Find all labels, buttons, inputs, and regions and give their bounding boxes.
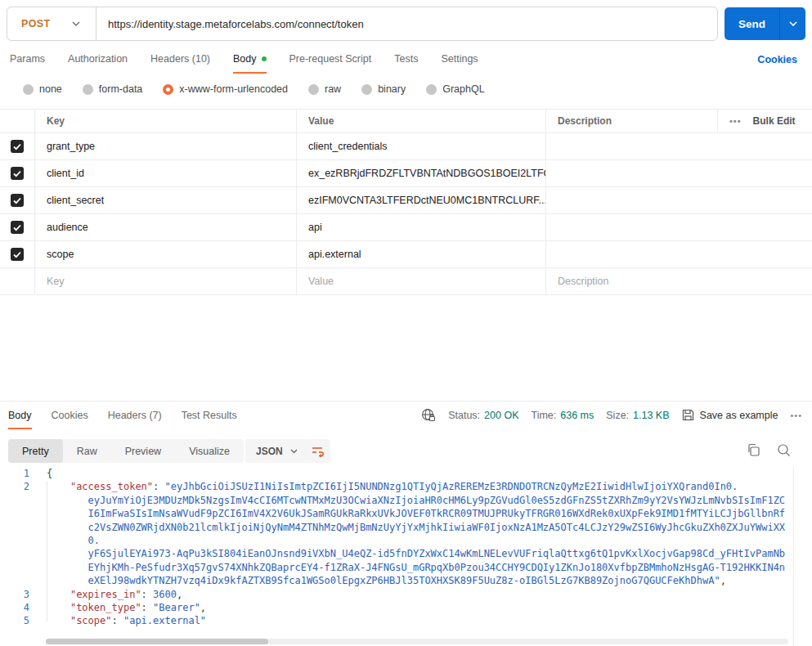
mode-raw[interactable]: raw bbox=[308, 83, 341, 95]
tab-pre-request-script[interactable]: Pre-request Script bbox=[289, 53, 372, 74]
view-tab-visualize[interactable]: Visualize bbox=[175, 439, 244, 463]
description-cell[interactable] bbox=[545, 160, 812, 186]
radio-icon bbox=[308, 84, 319, 95]
method-label: POST bbox=[21, 18, 51, 29]
radio-icon bbox=[23, 84, 34, 95]
copy-response-button[interactable] bbox=[747, 443, 760, 457]
column-header-description: Description bbox=[545, 110, 717, 132]
send-button-label[interactable]: Send bbox=[725, 7, 779, 40]
line-number bbox=[0, 534, 29, 547]
mode-graphql[interactable]: GraphQL bbox=[426, 83, 484, 95]
line-number bbox=[0, 574, 29, 587]
row-checkbox[interactable] bbox=[11, 140, 24, 153]
key-cell-placeholder[interactable]: Key bbox=[34, 268, 296, 294]
url-input[interactable]: https://identity.stage.metaforcelabs.com… bbox=[96, 18, 717, 30]
more-options-icon[interactable]: ••• bbox=[729, 116, 742, 126]
value-cell[interactable]: client_credentials bbox=[296, 133, 545, 159]
tab-settings[interactable]: Settings bbox=[441, 53, 478, 74]
mode-x-www-form-urlencoded[interactable]: x-www-form-urlencoded bbox=[163, 83, 288, 95]
description-cell[interactable] bbox=[545, 133, 812, 159]
send-options-button[interactable] bbox=[780, 7, 805, 40]
key-cell[interactable]: grant_type bbox=[34, 133, 296, 159]
mode-label: raw bbox=[325, 83, 341, 95]
size-indicator: Size: 1.13 KB bbox=[606, 410, 669, 421]
table-header-row: Key Value Description ••• Bulk Edit bbox=[0, 109, 812, 133]
mode-form-data[interactable]: form-data bbox=[83, 83, 143, 95]
key-cell[interactable]: audience bbox=[34, 214, 296, 240]
response-tabs: Body Cookies Headers (7) Test Results bbox=[8, 410, 237, 429]
code-line: yF6SjulEYAi973-AqPu3kSI804iEanOJnsnd9iVX… bbox=[0, 547, 793, 560]
time-value: 636 ms bbox=[560, 410, 594, 421]
table-row: scope api.external bbox=[0, 241, 812, 268]
row-checkbox[interactable] bbox=[11, 221, 24, 234]
time-indicator: Time: 636 ms bbox=[531, 410, 594, 421]
response-tab-cookies[interactable]: Cookies bbox=[52, 410, 88, 429]
code-line: 4 "token_type": "Bearer", bbox=[0, 601, 793, 614]
send-button[interactable]: Send bbox=[725, 7, 805, 40]
line-number bbox=[0, 494, 29, 507]
key-cell[interactable]: client_secret bbox=[34, 187, 296, 213]
response-tab-headers[interactable]: Headers (7) bbox=[108, 410, 162, 429]
wrap-lines-icon bbox=[312, 446, 325, 457]
save-as-example-button[interactable]: Save as example bbox=[682, 409, 778, 421]
view-tab-preview[interactable]: Preview bbox=[111, 439, 175, 463]
tab-headers[interactable]: Headers (10) bbox=[150, 53, 210, 74]
row-checkbox[interactable] bbox=[11, 248, 24, 261]
tab-body[interactable]: Body bbox=[233, 53, 267, 74]
table-row: grant_type client_credentials bbox=[0, 133, 812, 160]
code-line: 1{ bbox=[0, 467, 793, 480]
code-line: eXElJ98wdkYTNZH7vzq4iDx9kfAZTXB9Sfca1WGS… bbox=[0, 574, 793, 587]
value-cell[interactable]: api bbox=[296, 214, 545, 240]
check-icon bbox=[13, 251, 21, 258]
value-cell[interactable]: ezIFM0VCNTA3LTFERDctNEU0MC1BNTRCLURF... bbox=[296, 187, 545, 213]
response-tab-test-results[interactable]: Test Results bbox=[182, 410, 237, 429]
key-cell[interactable]: scope bbox=[34, 241, 296, 267]
tab-params[interactable]: Params bbox=[10, 53, 45, 74]
description-cell-placeholder[interactable]: Description bbox=[545, 268, 812, 294]
line-number: 5 bbox=[0, 614, 29, 627]
column-header-value: Value bbox=[296, 110, 545, 132]
mode-none[interactable]: none bbox=[23, 83, 62, 95]
bulk-edit-button[interactable]: Bulk Edit bbox=[753, 115, 796, 127]
mode-label: form-data bbox=[99, 83, 143, 95]
request-tabs: Params Authorization Headers (10) Body P… bbox=[10, 53, 478, 74]
horizontal-scrollbar[interactable] bbox=[46, 639, 788, 644]
check-icon bbox=[13, 143, 21, 150]
row-checkbox[interactable] bbox=[11, 194, 24, 207]
radio-icon bbox=[83, 84, 93, 95]
key-cell[interactable]: client_id bbox=[34, 160, 296, 186]
language-select[interactable]: JSON bbox=[245, 439, 308, 463]
table-row: client_secret ezIFM0VCNTA3LTFERDctNEU0MC… bbox=[0, 187, 812, 214]
mode-label: none bbox=[39, 83, 62, 95]
table-row: audience api bbox=[0, 214, 812, 241]
line-number bbox=[0, 547, 29, 560]
line-number: 4 bbox=[0, 601, 29, 614]
status-label: Status: bbox=[448, 410, 480, 421]
cookies-link[interactable]: Cookies bbox=[757, 54, 797, 65]
line-number bbox=[0, 561, 29, 574]
description-cell[interactable] bbox=[545, 241, 812, 267]
tab-tests[interactable]: Tests bbox=[394, 53, 418, 74]
size-value: 1.13 KB bbox=[633, 410, 669, 421]
mode-label: x-www-form-urlencoded bbox=[179, 83, 288, 95]
urlencoded-params-table: Key Value Description ••• Bulk Edit gran… bbox=[0, 109, 812, 295]
view-tab-pretty[interactable]: Pretty bbox=[8, 439, 63, 463]
method-selector[interactable]: POST bbox=[7, 7, 96, 40]
row-checkbox[interactable] bbox=[11, 167, 24, 180]
response-more-options-icon[interactable]: ••• bbox=[790, 410, 802, 420]
description-cell[interactable] bbox=[545, 214, 812, 240]
value-cell[interactable]: ex_ezRBRjdFRDZFLTVBNTAtNDBGOS1BOEI2LTFG.… bbox=[296, 160, 545, 186]
search-response-button[interactable] bbox=[777, 443, 791, 457]
value-cell[interactable]: api.external bbox=[296, 241, 545, 267]
value-cell-placeholder[interactable]: Value bbox=[296, 268, 545, 294]
tab-authorization[interactable]: Authorization bbox=[68, 53, 128, 74]
wrap-lines-button[interactable] bbox=[306, 439, 330, 463]
description-cell[interactable] bbox=[545, 187, 812, 213]
mode-binary[interactable]: binary bbox=[361, 83, 406, 95]
response-tab-body[interactable]: Body bbox=[8, 410, 32, 429]
copy-icon bbox=[747, 443, 760, 457]
view-tab-raw[interactable]: Raw bbox=[63, 439, 111, 463]
language-select-label: JSON bbox=[256, 446, 283, 457]
scrollbar-thumb[interactable] bbox=[46, 639, 268, 644]
radio-selected-icon bbox=[163, 84, 173, 95]
